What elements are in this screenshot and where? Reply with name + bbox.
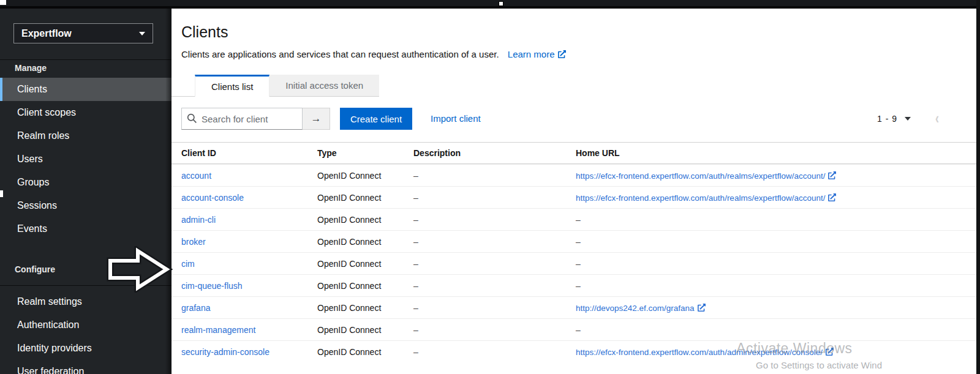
table-row: cim OpenID Connect – – (172, 252, 977, 274)
description-cell: – (404, 281, 566, 291)
window-right-edge (976, 0, 980, 374)
home-url-cell: https://efcx-frontend.expertflow.com/aut… (566, 347, 977, 357)
tab-spacer (172, 75, 195, 97)
client-id-link[interactable]: broker (181, 237, 206, 247)
column-header-type: Type (307, 148, 404, 158)
external-link-icon (828, 193, 836, 201)
sidebar-item-clients[interactable]: Clients (0, 78, 172, 101)
learn-more-link[interactable]: Learn more (508, 49, 566, 59)
table-body: account OpenID Connect – https://efcx-fr… (172, 164, 977, 362)
description-cell: – (404, 237, 566, 247)
screen-artifact (499, 1, 503, 6)
sidebar-item-realm-settings[interactable]: Realm settings (0, 290, 172, 313)
sidebar-divider (0, 59, 172, 60)
table-row: account OpenID Connect – https://efcx-fr… (172, 164, 977, 186)
page-description: Clients are applications and services th… (181, 49, 566, 59)
sidebar-item-authentication[interactable]: Authentication (0, 313, 172, 337)
nav-list-manage: ClientsClient scopesRealm rolesUsersGrou… (0, 78, 172, 241)
column-header-description: Description (404, 148, 566, 158)
nav-group-configure-label: Configure (15, 264, 55, 274)
toolbar: → Create client Import client 1 - 9 ‹ (172, 107, 977, 131)
home-url-link[interactable]: https://efcx-frontend.expertflow.com/aut… (576, 348, 834, 357)
column-header-client-id: Client ID (172, 148, 307, 158)
table-row: security-admin-console OpenID Connect – … (172, 340, 977, 362)
search-submit-button[interactable]: → (303, 108, 330, 130)
type-cell: OpenID Connect (307, 347, 404, 357)
import-client-link[interactable]: Import client (431, 113, 481, 124)
sidebar-item-groups[interactable]: Groups (0, 171, 172, 194)
client-id-link[interactable]: cim (181, 259, 195, 269)
type-cell: OpenID Connect (307, 259, 404, 269)
sidebar: Expertflow Manage ClientsClient scopesRe… (0, 9, 172, 374)
main-content: Clients Clients are applications and ser… (172, 9, 977, 374)
home-url-cell: – (566, 281, 977, 291)
realm-name: Expertflow (21, 28, 72, 39)
external-link-icon (698, 304, 706, 312)
type-cell: OpenID Connect (307, 171, 404, 181)
pagination-range: 1 - 9 (877, 114, 897, 124)
chevron-down-icon (905, 117, 911, 121)
table-row: broker OpenID Connect – – (172, 230, 977, 252)
tab-clients-list[interactable]: Clients list (195, 75, 270, 97)
external-link-icon (558, 50, 566, 58)
client-id-link[interactable]: security-admin-console (181, 347, 270, 357)
type-cell: OpenID Connect (307, 325, 404, 335)
tab-bar: Clients list Initial access token (172, 75, 977, 97)
client-id-link[interactable]: grafana (181, 303, 210, 313)
pagination-options-toggle[interactable] (905, 117, 911, 121)
table-row: admin-cli OpenID Connect – – (172, 208, 977, 230)
description-cell: – (404, 303, 566, 313)
sidebar-item-events[interactable]: Events (0, 217, 172, 241)
description-cell: – (404, 347, 566, 357)
type-cell: OpenID Connect (307, 193, 404, 203)
description-cell: – (404, 259, 566, 269)
realm-selector-dropdown[interactable]: Expertflow (13, 23, 153, 43)
search-icon (187, 113, 197, 124)
table-header-row: Client ID Type Description Home URL (172, 142, 977, 164)
window-top-bar (0, 0, 980, 9)
clients-table: Client ID Type Description Home URL acco… (172, 142, 977, 362)
table-row: grafana OpenID Connect – http://devops24… (172, 296, 977, 318)
sidebar-item-users[interactable]: Users (0, 148, 172, 171)
description-cell: – (404, 215, 566, 225)
home-url-cell: https://efcx-frontend.expertflow.com/aut… (566, 171, 977, 181)
home-url-link[interactable]: http://devops242.ef.com/grafana (576, 304, 706, 313)
description-cell: – (404, 171, 566, 181)
nav-group-manage-label: Manage (15, 63, 47, 73)
home-url-cell: – (566, 259, 977, 269)
client-id-link[interactable]: admin-cli (181, 215, 216, 225)
learn-more-label: Learn more (508, 49, 555, 59)
sidebar-item-identity-providers[interactable]: Identity providers (0, 337, 172, 360)
search-group: → (181, 108, 330, 130)
home-url-cell: – (566, 325, 977, 335)
sidebar-item-client-scopes[interactable]: Client scopes (0, 101, 172, 124)
type-cell: OpenID Connect (307, 215, 404, 225)
sidebar-item-user-federation[interactable]: User federation (0, 360, 172, 374)
screen-artifact (0, 0, 6, 5)
client-id-link[interactable]: realm-management (181, 325, 255, 335)
external-link-icon (828, 171, 836, 179)
pointer-arrow-annotation (104, 246, 173, 293)
sidebar-item-sessions[interactable]: Sessions (0, 194, 172, 217)
pagination: 1 - 9 ‹ (877, 113, 939, 124)
create-client-button[interactable]: Create client (340, 108, 412, 130)
type-cell: OpenID Connect (307, 281, 404, 291)
home-url-link[interactable]: https://efcx-frontend.expertflow.com/aut… (576, 193, 836, 203)
table-row: account-console OpenID Connect – https:/… (172, 186, 977, 208)
client-id-link[interactable]: account (181, 171, 211, 181)
type-cell: OpenID Connect (307, 303, 404, 313)
tab-initial-access-token[interactable]: Initial access token (270, 75, 379, 97)
client-id-link[interactable]: cim-queue-flush (181, 281, 243, 291)
sidebar-item-realm-roles[interactable]: Realm roles (0, 124, 172, 148)
home-url-cell: – (566, 215, 977, 225)
page-description-text: Clients are applications and services th… (181, 49, 499, 59)
pagination-prev-button[interactable]: ‹ (935, 111, 939, 126)
screen-artifact (0, 190, 3, 197)
external-link-icon (826, 348, 834, 356)
table-row: cim-queue-flush OpenID Connect – – (172, 274, 977, 296)
home-url-cell: – (566, 237, 977, 247)
home-url-link[interactable]: https://efcx-frontend.expertflow.com/aut… (576, 171, 836, 181)
page-title: Clients (181, 23, 228, 41)
client-id-link[interactable]: account-console (181, 193, 244, 203)
search-input[interactable] (181, 108, 303, 130)
